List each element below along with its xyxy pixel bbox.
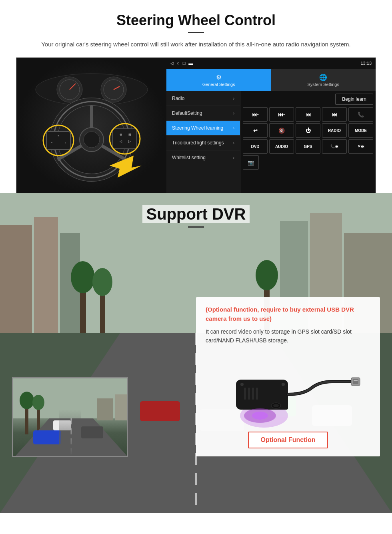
svg-marker-53: [13, 418, 128, 457]
general-settings-label: General Settings: [202, 82, 235, 87]
ctrl-vol-down[interactable]: ⏮−: [269, 107, 294, 122]
dvr-title-area: Support DVR: [0, 193, 392, 232]
ctrl-vol-up[interactable]: ⏮+: [243, 107, 268, 122]
steering-wheel-svg: + − ↑ ⊕ ⊞ ◁ ▷: [30, 70, 154, 182]
menu-tricoloured-label: Tricoloured light settings: [172, 140, 224, 146]
ctrl-dvd[interactable]: DVD: [243, 139, 268, 154]
svg-point-72: [252, 412, 268, 420]
svg-point-70: [273, 404, 279, 407]
android-tabs: ⚙ General Settings 🌐 System Settings: [166, 69, 376, 91]
svg-point-62: [240, 383, 244, 386]
steering-wheel-image: + − ↑ ⊕ ⊞ ◁ ▷: [16, 58, 166, 194]
svg-rect-55: [33, 430, 61, 444]
svg-point-11: [84, 132, 100, 148]
svg-text:↑: ↑: [65, 141, 66, 144]
control-panel: Begin learn ⏮+ ⏮− ⏮ ⏭ 📞 ↩ 🔇 ⏻: [240, 91, 376, 193]
menu-steering-label: Steering Wheel learning: [172, 125, 223, 131]
ctrl-power[interactable]: ⏻: [296, 123, 320, 138]
svg-text:+: +: [57, 134, 59, 138]
steering-title: Steering Wheel Control: [16, 12, 376, 29]
steering-subtitle: Your original car's steering wheel contr…: [16, 40, 376, 49]
ctrl-radio[interactable]: RADIO: [322, 123, 347, 138]
svg-text:−: −: [50, 141, 52, 144]
statusbar-time: 13:13: [360, 61, 372, 66]
steering-content: + − ↑ ⊕ ⊞ ◁ ▷: [16, 57, 376, 193]
svg-rect-65: [248, 388, 250, 400]
svg-rect-57: [53, 420, 71, 430]
svg-point-52: [32, 395, 44, 410]
ctrl-prev[interactable]: ⏮: [296, 107, 320, 122]
general-settings-icon: ⚙: [216, 74, 222, 81]
system-settings-label: System Settings: [308, 82, 339, 87]
begin-learn-row: Begin learn: [243, 94, 373, 105]
svg-rect-67: [256, 388, 258, 400]
menu-item-tricoloured[interactable]: Tricoloured light settings ›: [166, 136, 240, 150]
general-settings-tab[interactable]: ⚙ General Settings: [166, 69, 271, 91]
menu-whitelist-label: Whitelist setting: [172, 155, 206, 160]
inset-road-svg: [13, 378, 128, 457]
dvr-section: Support DVR: [0, 193, 392, 513]
svg-point-34: [92, 268, 112, 296]
svg-text:⊕: ⊕: [119, 133, 122, 136]
svg-rect-75: [354, 380, 358, 381]
dvr-optional-text: (Optional function, require to buy exter…: [206, 305, 370, 323]
svg-rect-74: [353, 379, 358, 384]
begin-learn-button[interactable]: Begin learn: [335, 94, 373, 105]
statusbar-nav: ◁ ○ □ ▬: [170, 61, 193, 66]
menu-item-steering[interactable]: Steering Wheel learning ›: [166, 121, 240, 136]
svg-rect-59: [115, 394, 128, 420]
dvr-title: Support DVR: [142, 205, 250, 223]
dvr-camera-svg: [212, 356, 364, 428]
svg-rect-58: [97, 398, 113, 420]
svg-rect-19: [113, 129, 137, 149]
dvr-desc-text: It can record video only to storage in G…: [206, 327, 370, 345]
menu-list: Radio › DefaultSetting › Steering Wheel …: [166, 91, 240, 193]
svg-rect-56: [81, 426, 103, 438]
ctrl-phone-prev[interactable]: 📞⏮: [322, 139, 347, 154]
svg-rect-64: [244, 388, 246, 400]
dvr-info-card: (Optional function, require to buy exter…: [196, 297, 380, 456]
ctrl-row-4: 📷: [243, 155, 373, 170]
dvr-divider: [188, 226, 204, 228]
ctrl-mode[interactable]: MODE: [348, 123, 373, 138]
ctrl-gps[interactable]: GPS: [296, 139, 320, 154]
svg-rect-66: [252, 388, 254, 400]
menu-radio-chevron: ›: [233, 96, 234, 101]
menu-steering-chevron: ›: [233, 126, 234, 130]
menu-default-chevron: ›: [233, 111, 234, 116]
svg-text:◁: ◁: [120, 140, 122, 143]
svg-text:⊞: ⊞: [128, 133, 131, 136]
menu-item-radio[interactable]: Radio ›: [166, 91, 240, 106]
ctrl-row-3: DVD AUDIO GPS 📞⏮ ✕⏭: [243, 139, 373, 154]
menu-whitelist-chevron: ›: [233, 156, 234, 160]
steering-divider: [188, 32, 204, 33]
svg-rect-29: [34, 217, 58, 333]
menu-tricoloured-chevron: ›: [233, 141, 234, 145]
ctrl-mute[interactable]: 🔇: [269, 123, 294, 138]
android-panel: ◁ ○ □ ▬ 13:13 ⚙ General Settings 🌐 Syste…: [166, 58, 376, 193]
home-icon: ○: [177, 61, 180, 66]
svg-point-32: [71, 261, 95, 293]
optional-function-button[interactable]: Optional Function: [248, 432, 328, 448]
ctrl-close-next[interactable]: ✕⏭: [348, 139, 373, 154]
system-settings-tab[interactable]: 🌐 System Settings: [271, 69, 376, 91]
ctrl-next[interactable]: ⏭: [322, 107, 347, 122]
menu-radio-label: Radio: [172, 96, 184, 101]
ctrl-back[interactable]: ↩: [243, 123, 268, 138]
menu-default-label: DefaultSetting: [172, 110, 202, 116]
dvr-device-image: [206, 352, 370, 432]
back-icon: ◁: [170, 61, 174, 66]
ctrl-camera[interactable]: 📷: [243, 155, 259, 170]
dvr-screenshot-inset: [12, 377, 128, 457]
ctrl-phone[interactable]: 📞: [348, 107, 373, 122]
ctrl-audio[interactable]: AUDIO: [269, 139, 294, 154]
android-statusbar: ◁ ○ □ ▬ 13:13: [166, 58, 376, 69]
ctrl-row-1: ⏮+ ⏮− ⏮ ⏭ 📞: [243, 107, 373, 122]
steering-section: Steering Wheel Control Your original car…: [0, 0, 392, 193]
svg-point-42: [256, 260, 278, 290]
svg-rect-28: [0, 225, 32, 333]
menu-item-whitelist[interactable]: Whitelist setting ›: [166, 150, 240, 165]
svg-rect-44: [140, 401, 180, 421]
svg-text:▷: ▷: [128, 140, 131, 143]
menu-item-default[interactable]: DefaultSetting ›: [166, 106, 240, 121]
